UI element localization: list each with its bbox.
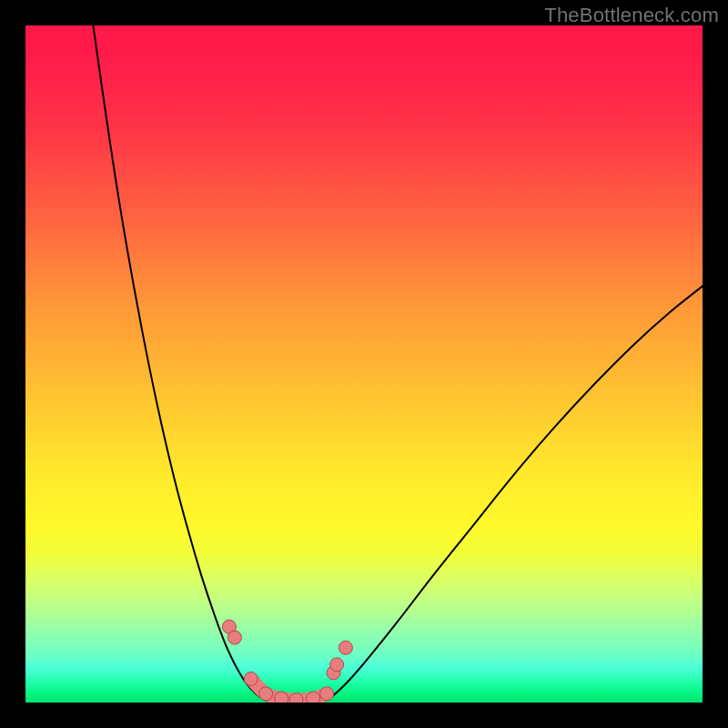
- marker-group: [222, 620, 352, 703]
- plot-area: [25, 25, 703, 703]
- data-marker: [339, 641, 352, 654]
- curve-left: [93, 25, 276, 703]
- chart-frame: TheBottleneck.com: [0, 0, 728, 728]
- data-marker: [307, 692, 320, 703]
- data-marker: [228, 631, 241, 644]
- data-marker: [275, 692, 288, 703]
- curve-right: [317, 286, 703, 703]
- data-marker: [244, 672, 258, 686]
- watermark-text: TheBottleneck.com: [544, 4, 719, 27]
- data-marker: [289, 693, 303, 703]
- data-marker: [259, 687, 273, 701]
- data-marker: [330, 658, 344, 672]
- data-marker: [320, 687, 334, 701]
- chart-svg: [25, 25, 703, 703]
